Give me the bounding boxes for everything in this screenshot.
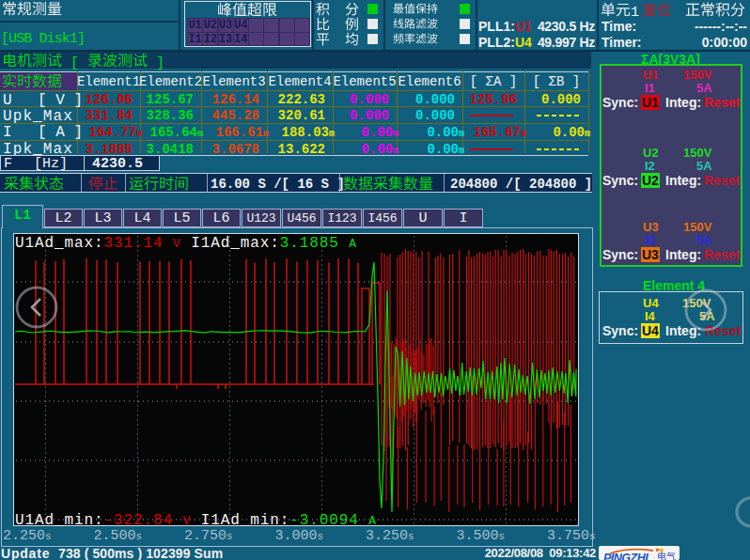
svg-text:PINGZHI: PINGZHI (603, 552, 648, 560)
